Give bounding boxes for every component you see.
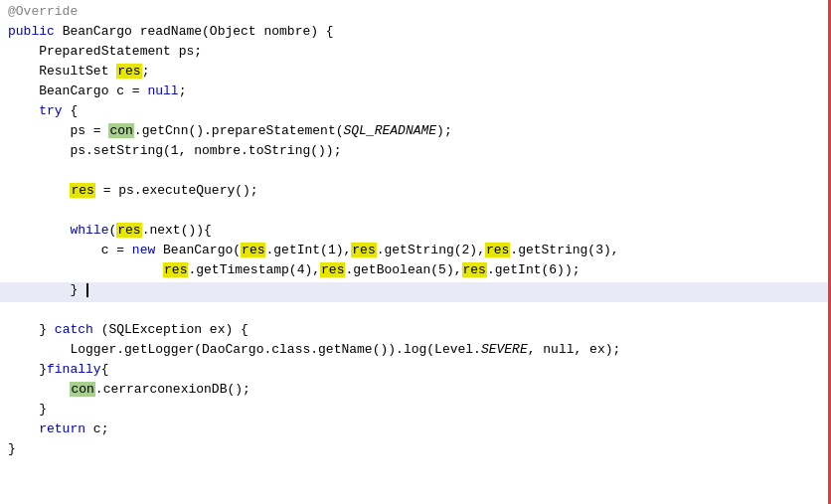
code-line-7: ps = con.getCnn().prepareStatement(SQL_R… — [0, 123, 831, 143]
code-line-5: BeanCargo c = null; — [0, 84, 831, 103]
code-line-8: ps.setString(1, nombre.toString()); — [0, 143, 831, 163]
code-line-17: } catch (SQLException ex) { — [0, 322, 831, 342]
code-editor[interactable]: @Override public BeanCargo readName(Obje… — [0, 0, 831, 504]
code-line-3: PreparedStatement ps; — [0, 44, 831, 64]
code-line-23: } — [0, 441, 831, 461]
code-line-6: try { — [0, 103, 831, 123]
code-line-22: return c; — [0, 421, 831, 441]
code-line-1: @Override — [0, 4, 831, 24]
code-line-21: } — [0, 402, 831, 421]
code-line-19: }finally{ — [0, 362, 831, 382]
code-line-12: while(res.next()){ — [0, 223, 831, 243]
code-line-20: con.cerrarconexionDB(); — [0, 382, 831, 402]
code-line-2: public BeanCargo readName(Object nombre)… — [0, 24, 831, 44]
code-line-16 — [0, 302, 831, 322]
code-line-15: } — [0, 282, 831, 302]
code-line-10: res = ps.executeQuery(); — [0, 183, 831, 203]
code-line-18: Logger.getLogger(DaoCargo.class.getName(… — [0, 342, 831, 362]
code-line-11 — [0, 203, 831, 223]
code-line-13: c = new BeanCargo(res.getInt(1),res.getS… — [0, 243, 831, 262]
code-line-4: ResultSet res; — [0, 64, 831, 84]
code-line-9 — [0, 163, 831, 183]
code-line-14: res.getTimestamp(4),res.getBoolean(5),re… — [0, 262, 831, 282]
